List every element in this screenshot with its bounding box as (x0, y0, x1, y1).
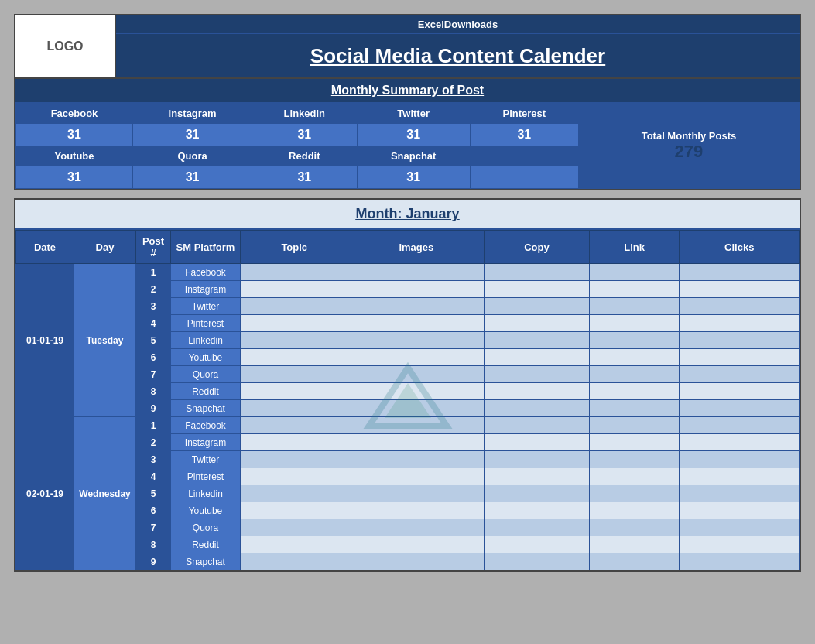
topic-cell[interactable] (241, 434, 348, 451)
link-cell[interactable] (589, 451, 680, 468)
clicks-cell[interactable] (680, 451, 800, 468)
link-cell[interactable] (589, 332, 680, 349)
images-cell[interactable] (348, 553, 485, 570)
link-cell[interactable] (589, 502, 680, 519)
link-cell[interactable] (589, 281, 680, 298)
clicks-cell[interactable] (680, 349, 800, 366)
link-cell[interactable] (589, 434, 680, 451)
link-cell[interactable] (589, 400, 680, 417)
topic-cell[interactable] (241, 383, 348, 400)
images-cell[interactable] (348, 349, 485, 366)
link-cell[interactable] (589, 315, 680, 332)
copy-cell[interactable] (485, 349, 590, 366)
images-cell[interactable] (348, 315, 485, 332)
platform-pinterest: Pinterest (470, 104, 578, 124)
topic-cell[interactable] (241, 400, 348, 417)
copy-cell[interactable] (485, 332, 590, 349)
images-cell[interactable] (348, 400, 485, 417)
copy-cell[interactable] (485, 502, 590, 519)
clicks-cell[interactable] (680, 298, 800, 315)
clicks-cell[interactable] (680, 315, 800, 332)
topic-cell[interactable] (241, 502, 348, 519)
images-cell[interactable] (348, 298, 485, 315)
topic-cell[interactable] (241, 349, 348, 366)
topic-cell[interactable] (241, 451, 348, 468)
clicks-cell[interactable] (680, 485, 800, 502)
clicks-cell[interactable] (680, 502, 800, 519)
copy-cell[interactable] (485, 536, 590, 553)
topic-cell[interactable] (241, 468, 348, 485)
platform-cell: Pinterest (171, 315, 241, 332)
images-cell[interactable] (348, 485, 485, 502)
copy-cell[interactable] (485, 417, 590, 434)
link-cell[interactable] (589, 536, 680, 553)
clicks-cell[interactable] (680, 434, 800, 451)
images-cell[interactable] (348, 519, 485, 536)
topic-cell[interactable] (241, 553, 348, 570)
clicks-cell[interactable] (680, 281, 800, 298)
link-cell[interactable] (589, 264, 680, 281)
images-cell[interactable] (348, 434, 485, 451)
topic-cell[interactable] (241, 536, 348, 553)
post-num-cell: 8 (136, 536, 171, 553)
clicks-cell[interactable] (680, 366, 800, 383)
platform-linkedin: Linkedin (252, 104, 357, 124)
copy-cell[interactable] (485, 281, 590, 298)
images-cell[interactable] (348, 536, 485, 553)
clicks-cell[interactable] (680, 383, 800, 400)
copy-cell[interactable] (485, 264, 590, 281)
images-cell[interactable] (348, 264, 485, 281)
brand-bar: ExcelDownloads (116, 15, 800, 34)
copy-cell[interactable] (485, 485, 590, 502)
copy-cell[interactable] (485, 315, 590, 332)
topic-cell[interactable] (241, 366, 348, 383)
link-cell[interactable] (589, 468, 680, 485)
images-cell[interactable] (348, 332, 485, 349)
copy-cell[interactable] (485, 519, 590, 536)
topic-cell[interactable] (241, 519, 348, 536)
clicks-cell[interactable] (680, 536, 800, 553)
clicks-cell[interactable] (680, 400, 800, 417)
link-cell[interactable] (589, 519, 680, 536)
images-cell[interactable] (348, 366, 485, 383)
link-cell[interactable] (589, 383, 680, 400)
count-instagram: 31 (133, 124, 252, 146)
topic-cell[interactable] (241, 298, 348, 315)
clicks-cell[interactable] (680, 264, 800, 281)
copy-cell[interactable] (485, 434, 590, 451)
copy-cell[interactable] (485, 468, 590, 485)
clicks-cell[interactable] (680, 417, 800, 434)
images-cell[interactable] (348, 417, 485, 434)
topic-cell[interactable] (241, 417, 348, 434)
platform-twitter: Twitter (357, 104, 470, 124)
link-cell[interactable] (589, 553, 680, 570)
platform-cell: Quora (171, 366, 241, 383)
copy-cell[interactable] (485, 451, 590, 468)
platform-row-1: Facebook Instagram Linkedin Twitter Pint… (16, 104, 800, 124)
clicks-cell[interactable] (680, 519, 800, 536)
link-cell[interactable] (589, 485, 680, 502)
topic-cell[interactable] (241, 281, 348, 298)
clicks-cell[interactable] (680, 332, 800, 349)
link-cell[interactable] (589, 417, 680, 434)
copy-cell[interactable] (485, 298, 590, 315)
clicks-cell[interactable] (680, 468, 800, 485)
copy-cell[interactable] (485, 366, 590, 383)
link-cell[interactable] (589, 366, 680, 383)
copy-cell[interactable] (485, 553, 590, 570)
images-cell[interactable] (348, 451, 485, 468)
post-num-cell: 5 (136, 485, 171, 502)
topic-cell[interactable] (241, 485, 348, 502)
images-cell[interactable] (348, 502, 485, 519)
copy-cell[interactable] (485, 400, 590, 417)
images-cell[interactable] (348, 468, 485, 485)
topic-cell[interactable] (241, 332, 348, 349)
copy-cell[interactable] (485, 383, 590, 400)
link-cell[interactable] (589, 298, 680, 315)
images-cell[interactable] (348, 281, 485, 298)
topic-cell[interactable] (241, 315, 348, 332)
link-cell[interactable] (589, 349, 680, 366)
images-cell[interactable] (348, 383, 485, 400)
topic-cell[interactable] (241, 264, 348, 281)
clicks-cell[interactable] (680, 553, 800, 570)
